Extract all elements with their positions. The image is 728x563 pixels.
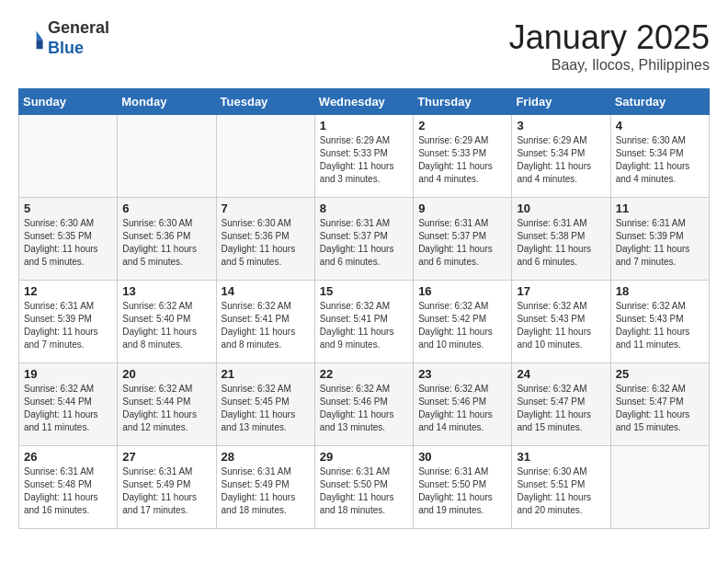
day-info: Sunrise: 6:31 AM Sunset: 5:49 PM Dayligh… [122,465,210,517]
day-number: 12 [24,284,112,298]
day-number: 23 [418,367,506,381]
day-info: Sunrise: 6:31 AM Sunset: 5:49 PM Dayligh… [222,465,310,517]
calendar-subtitle: Baay, Ilocos, Philippines [509,57,710,74]
day-number: 22 [320,367,408,381]
day-number: 7 [222,201,310,215]
calendar-cell: 6Sunrise: 6:30 AM Sunset: 5:36 PM Daylig… [118,198,216,281]
weekday-header-tuesday: Tuesday [216,89,314,115]
day-number: 24 [517,367,605,381]
day-info: Sunrise: 6:30 AM Sunset: 5:36 PM Dayligh… [222,217,310,269]
calendar-cell: 12Sunrise: 6:31 AM Sunset: 5:39 PM Dayli… [19,281,118,363]
calendar-cell: 11Sunrise: 6:31 AM Sunset: 5:39 PM Dayli… [610,198,709,281]
day-info: Sunrise: 6:31 AM Sunset: 5:38 PM Dayligh… [517,217,605,269]
day-number: 20 [122,367,210,381]
calendar-cell: 2Sunrise: 6:29 AM Sunset: 5:33 PM Daylig… [414,115,512,198]
day-info: Sunrise: 6:32 AM Sunset: 5:46 PM Dayligh… [320,383,408,434]
day-number: 8 [320,201,408,215]
calendar-title: January 2025 [509,18,710,57]
day-info: Sunrise: 6:32 AM Sunset: 5:41 PM Dayligh… [320,300,408,351]
calendar-cell: 4Sunrise: 6:30 AM Sunset: 5:34 PM Daylig… [610,115,709,198]
calendar-cell [19,115,118,198]
calendar-cell: 16Sunrise: 6:32 AM Sunset: 5:42 PM Dayli… [414,281,512,363]
day-info: Sunrise: 6:30 AM Sunset: 5:51 PM Dayligh… [517,465,605,517]
day-info: Sunrise: 6:30 AM Sunset: 5:34 PM Dayligh… [616,134,704,186]
day-info: Sunrise: 6:31 AM Sunset: 5:50 PM Dayligh… [418,465,506,517]
logo-blue-text: Blue [48,39,109,59]
calendar-week-row: 5Sunrise: 6:30 AM Sunset: 5:35 PM Daylig… [19,198,710,281]
calendar-cell: 23Sunrise: 6:32 AM Sunset: 5:46 PM Dayli… [414,363,512,446]
weekday-header-saturday: Saturday [610,89,709,115]
calendar-cell: 1Sunrise: 6:29 AM Sunset: 5:33 PM Daylig… [314,115,413,198]
logo: General Blue [18,18,109,58]
calendar-cell [610,446,709,529]
calendar-week-row: 26Sunrise: 6:31 AM Sunset: 5:48 PM Dayli… [19,446,710,529]
weekday-header-row: SundayMondayTuesdayWednesdayThursdayFrid… [19,89,710,115]
calendar-cell: 13Sunrise: 6:32 AM Sunset: 5:40 PM Dayli… [118,281,216,363]
calendar-cell: 17Sunrise: 6:32 AM Sunset: 5:43 PM Dayli… [512,281,610,363]
day-info: Sunrise: 6:32 AM Sunset: 5:44 PM Dayligh… [24,383,112,434]
page-header: General Blue January 2025 Baay, Ilocos, … [18,18,710,74]
calendar-table: SundayMondayTuesdayWednesdayThursdayFrid… [18,88,710,529]
day-info: Sunrise: 6:32 AM Sunset: 5:43 PM Dayligh… [616,300,704,351]
day-info: Sunrise: 6:32 AM Sunset: 5:42 PM Dayligh… [418,300,506,351]
calendar-week-row: 19Sunrise: 6:32 AM Sunset: 5:44 PM Dayli… [19,363,710,446]
calendar-cell: 10Sunrise: 6:31 AM Sunset: 5:38 PM Dayli… [512,198,610,281]
day-info: Sunrise: 6:31 AM Sunset: 5:39 PM Dayligh… [616,217,704,269]
svg-marker-0 [37,30,43,40]
day-info: Sunrise: 6:29 AM Sunset: 5:34 PM Dayligh… [517,134,605,186]
day-number: 4 [616,119,704,132]
day-number: 21 [222,367,310,381]
day-info: Sunrise: 6:32 AM Sunset: 5:45 PM Dayligh… [222,383,310,434]
calendar-cell: 24Sunrise: 6:32 AM Sunset: 5:47 PM Dayli… [512,363,610,446]
day-info: Sunrise: 6:32 AM Sunset: 5:44 PM Dayligh… [122,383,210,434]
calendar-cell: 25Sunrise: 6:32 AM Sunset: 5:47 PM Dayli… [610,363,709,446]
day-number: 13 [122,284,210,298]
weekday-header-thursday: Thursday [414,89,512,115]
calendar-cell: 21Sunrise: 6:32 AM Sunset: 5:45 PM Dayli… [216,363,314,446]
day-info: Sunrise: 6:30 AM Sunset: 5:36 PM Dayligh… [122,217,210,269]
day-info: Sunrise: 6:29 AM Sunset: 5:33 PM Dayligh… [418,134,506,186]
day-number: 10 [517,201,605,215]
svg-marker-1 [37,40,43,49]
calendar-cell: 8Sunrise: 6:31 AM Sunset: 5:37 PM Daylig… [314,198,413,281]
calendar-cell: 29Sunrise: 6:31 AM Sunset: 5:50 PM Dayli… [314,446,413,529]
calendar-week-row: 1Sunrise: 6:29 AM Sunset: 5:33 PM Daylig… [19,115,710,198]
day-number: 14 [222,284,310,298]
day-number: 31 [517,450,605,464]
day-number: 9 [418,201,506,215]
calendar-cell [216,115,314,198]
day-number: 1 [320,119,408,132]
day-info: Sunrise: 6:29 AM Sunset: 5:33 PM Dayligh… [320,134,408,186]
day-number: 27 [122,450,210,464]
day-number: 15 [320,284,408,298]
day-number: 11 [616,201,704,215]
day-number: 28 [222,450,310,464]
day-number: 6 [122,201,210,215]
calendar-cell [118,115,216,198]
day-info: Sunrise: 6:30 AM Sunset: 5:35 PM Dayligh… [24,217,112,269]
day-number: 2 [418,119,506,132]
calendar-cell: 3Sunrise: 6:29 AM Sunset: 5:34 PM Daylig… [512,115,610,198]
calendar-cell: 19Sunrise: 6:32 AM Sunset: 5:44 PM Dayli… [19,363,118,446]
day-number: 29 [320,450,408,464]
day-info: Sunrise: 6:31 AM Sunset: 5:50 PM Dayligh… [320,465,408,517]
calendar-week-row: 12Sunrise: 6:31 AM Sunset: 5:39 PM Dayli… [19,281,710,363]
weekday-header-friday: Friday [512,89,610,115]
day-info: Sunrise: 6:32 AM Sunset: 5:41 PM Dayligh… [222,300,310,351]
weekday-header-sunday: Sunday [19,89,118,115]
day-number: 19 [24,367,112,381]
calendar-cell: 22Sunrise: 6:32 AM Sunset: 5:46 PM Dayli… [314,363,413,446]
calendar-cell: 27Sunrise: 6:31 AM Sunset: 5:49 PM Dayli… [118,446,216,529]
calendar-cell: 30Sunrise: 6:31 AM Sunset: 5:50 PM Dayli… [414,446,512,529]
calendar-cell: 5Sunrise: 6:30 AM Sunset: 5:35 PM Daylig… [19,198,118,281]
calendar-cell: 31Sunrise: 6:30 AM Sunset: 5:51 PM Dayli… [512,446,610,529]
day-number: 26 [24,450,112,464]
weekday-header-wednesday: Wednesday [314,89,413,115]
title-block: January 2025 Baay, Ilocos, Philippines [509,18,710,74]
day-info: Sunrise: 6:32 AM Sunset: 5:40 PM Dayligh… [122,300,210,351]
day-number: 3 [517,119,605,132]
day-number: 5 [24,201,112,215]
day-number: 18 [616,284,704,298]
calendar-cell: 28Sunrise: 6:31 AM Sunset: 5:49 PM Dayli… [216,446,314,529]
calendar-cell: 20Sunrise: 6:32 AM Sunset: 5:44 PM Dayli… [118,363,216,446]
